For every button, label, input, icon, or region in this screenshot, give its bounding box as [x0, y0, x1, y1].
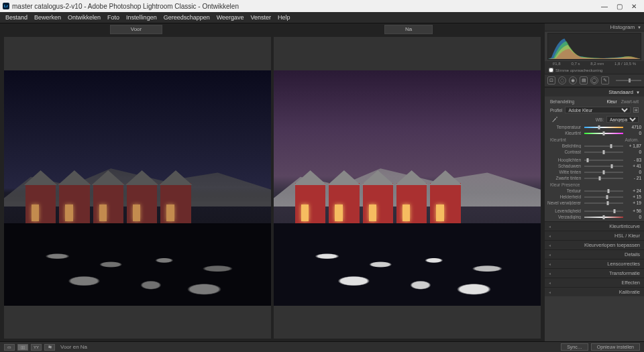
- highlights-label: Hooglichten: [547, 158, 581, 162]
- contrast-slider[interactable]: [584, 152, 623, 153]
- menu-bewerken[interactable]: Bewerken: [32, 14, 64, 21]
- treatment-bw[interactable]: Zwart-wit: [621, 99, 639, 104]
- auto-tone-button[interactable]: Autom.: [625, 137, 639, 142]
- tonecurve-panel[interactable]: ◂Kleurtintcurve: [545, 221, 644, 231]
- tint-slider[interactable]: [584, 133, 623, 134]
- calibration-panel[interactable]: ◂Kalibratie: [545, 287, 644, 296]
- histogram-chart[interactable]: [547, 33, 641, 60]
- histogram-stats: f/1,8 0,7 s 8,2 mm 1,8 / 10,5 %: [545, 61, 644, 66]
- menu-gereedschappen[interactable]: Gereedschappen: [161, 14, 213, 21]
- dehaze-slider[interactable]: [584, 202, 623, 204]
- vibrance-label: Levendigheid: [547, 209, 581, 213]
- clarity-label: Helderheid: [547, 194, 581, 199]
- profile-label: Profiel: [550, 108, 562, 113]
- dehaze-value[interactable]: + 19: [627, 200, 641, 205]
- presence-header: Kleur Presence: [550, 182, 580, 187]
- blacks-value[interactable]: - 21: [627, 176, 641, 180]
- tool-slider[interactable]: [616, 80, 641, 81]
- exposure-value[interactable]: + 1,87: [627, 143, 641, 148]
- colorgrading-panel[interactable]: ◂Kleurverlopen toepassen: [545, 240, 644, 249]
- yy-view-icon[interactable]: YY: [31, 344, 42, 351]
- swap-view-icon[interactable]: ⇆: [44, 344, 55, 351]
- menubar: Bestand Bewerken Ontwikkelen Foto Instel…: [0, 12, 644, 23]
- clarity-slider[interactable]: [584, 196, 623, 198]
- after-image[interactable]: [274, 37, 541, 339]
- temp-value[interactable]: 4710: [627, 125, 641, 129]
- profile-select[interactable]: Adobe Kleur: [565, 107, 631, 113]
- histogram-original-toggle[interactable]: Slimme opvraacheckoning: [545, 66, 644, 74]
- tone-header: Kleurtint: [550, 137, 566, 142]
- crop-tool-icon[interactable]: ⊡: [547, 76, 555, 84]
- tint-value[interactable]: 0: [627, 131, 641, 135]
- texture-value[interactable]: + 24: [627, 188, 641, 193]
- saturation-slider[interactable]: [584, 217, 623, 218]
- dehaze-label: Nevel verwijderen: [547, 200, 581, 205]
- vibrance-value[interactable]: + 56: [627, 209, 641, 213]
- shadows-slider[interactable]: [584, 166, 623, 167]
- tint-label: Kleurtint: [547, 131, 581, 135]
- minimize-button[interactable]: —: [601, 3, 608, 10]
- redeye-tool-icon[interactable]: ◉: [569, 76, 577, 84]
- treatment-label: Behandeling: [550, 99, 574, 104]
- reset-button[interactable]: Opnieuw instellen: [591, 343, 640, 351]
- effects-panel[interactable]: ◂Effecten: [545, 278, 644, 287]
- basic-panel-header[interactable]: Standaard▼: [545, 87, 644, 97]
- temp-label: Temperatuur: [547, 125, 581, 129]
- menu-instellingen[interactable]: Instellingen: [123, 14, 160, 21]
- wb-label: WB:: [562, 117, 604, 122]
- exposure-label: Belichting: [547, 143, 581, 148]
- radial-tool-icon[interactable]: ◯: [590, 76, 598, 84]
- histogram-header[interactable]: Histogram▼: [545, 23, 644, 32]
- maximize-button[interactable]: ▢: [616, 3, 623, 10]
- sync-button[interactable]: Sync…: [561, 343, 588, 351]
- close-button[interactable]: ✕: [631, 3, 637, 10]
- before-label: Voor: [110, 25, 162, 34]
- shadows-label: Schaduwen: [547, 164, 581, 168]
- texture-slider[interactable]: [584, 190, 623, 192]
- after-label: Na: [384, 25, 433, 34]
- whites-value[interactable]: 0: [627, 170, 641, 174]
- texture-label: Textuur: [547, 188, 581, 193]
- lens-panel[interactable]: ◂Lenscorrecties: [545, 259, 644, 268]
- menu-bestand[interactable]: Bestand: [3, 14, 30, 21]
- menu-foto[interactable]: Foto: [105, 14, 122, 21]
- hsl-panel[interactable]: ◂HSL / Kleur: [545, 231, 644, 240]
- treatment-color[interactable]: Kleur: [606, 99, 616, 104]
- menu-help[interactable]: Help: [275, 14, 293, 21]
- before-image[interactable]: [4, 37, 271, 339]
- shadows-value[interactable]: + 41: [627, 164, 641, 168]
- saturation-value[interactable]: 0: [627, 215, 641, 219]
- view-mode-label: Voor en Na: [60, 344, 87, 350]
- contrast-value[interactable]: 0: [627, 150, 641, 154]
- whites-slider[interactable]: [584, 172, 623, 173]
- temp-slider[interactable]: [584, 127, 623, 128]
- gradient-tool-icon[interactable]: ▤: [580, 76, 588, 84]
- blacks-slider[interactable]: [584, 178, 623, 179]
- spot-tool-icon[interactable]: ◌: [558, 76, 566, 84]
- highlights-slider[interactable]: [584, 160, 623, 161]
- profile-browser-icon[interactable]: ⊞: [633, 107, 639, 113]
- saturation-label: Verzadiging: [547, 215, 581, 219]
- wb-select[interactable]: Aangepast: [606, 116, 639, 123]
- window-title: master catalogus-2-v10 - Adobe Photoshop…: [12, 3, 601, 10]
- blacks-label: Zwarte tinten: [547, 176, 581, 180]
- loupe-view-icon[interactable]: ▭: [4, 344, 15, 351]
- menu-venster[interactable]: Venster: [248, 14, 274, 21]
- menu-weergave[interactable]: Weergave: [214, 14, 247, 21]
- vibrance-slider[interactable]: [584, 211, 623, 212]
- before-after-view-icon[interactable]: ▯▯: [17, 344, 28, 351]
- detail-panel[interactable]: ◂Details: [545, 249, 644, 259]
- highlights-value[interactable]: - 83: [627, 158, 641, 162]
- brush-tool-icon[interactable]: ✎: [601, 76, 609, 84]
- contrast-label: Contrast: [547, 150, 581, 154]
- app-icon: Lr: [3, 3, 9, 9]
- clarity-value[interactable]: + 15: [627, 194, 641, 199]
- exposure-slider[interactable]: [584, 145, 623, 147]
- whites-label: Witte tinten: [547, 170, 581, 174]
- wb-dropper-icon[interactable]: [550, 116, 559, 123]
- menu-ontwikkelen[interactable]: Ontwikkelen: [65, 14, 103, 21]
- transform-panel[interactable]: ◂Transformatie: [545, 268, 644, 278]
